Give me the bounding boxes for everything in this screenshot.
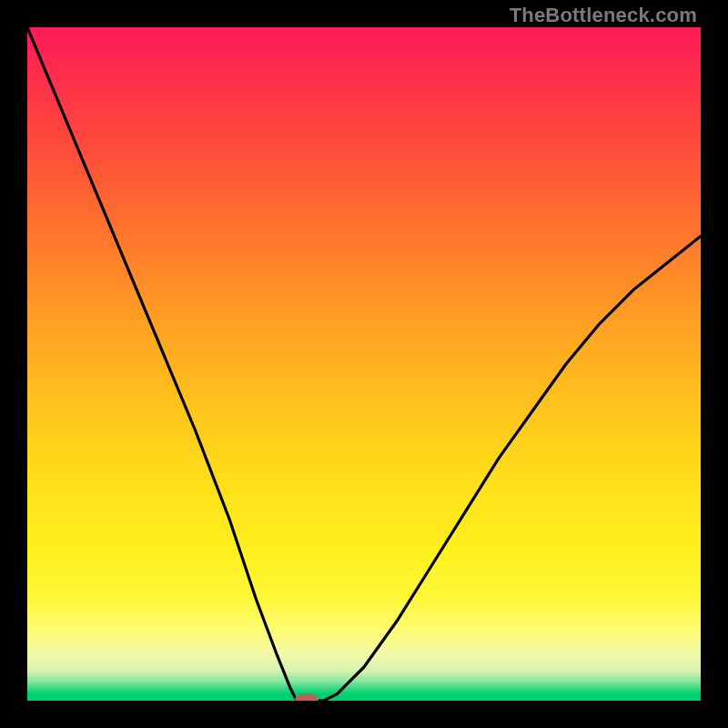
watermark-text: TheBottleneck.com [510,4,697,27]
bottleneck-curve [27,27,701,701]
curve-svg [27,27,701,701]
plot-area [27,27,701,701]
optimal-marker [295,694,318,702]
chart-frame: TheBottleneck.com [0,0,728,728]
